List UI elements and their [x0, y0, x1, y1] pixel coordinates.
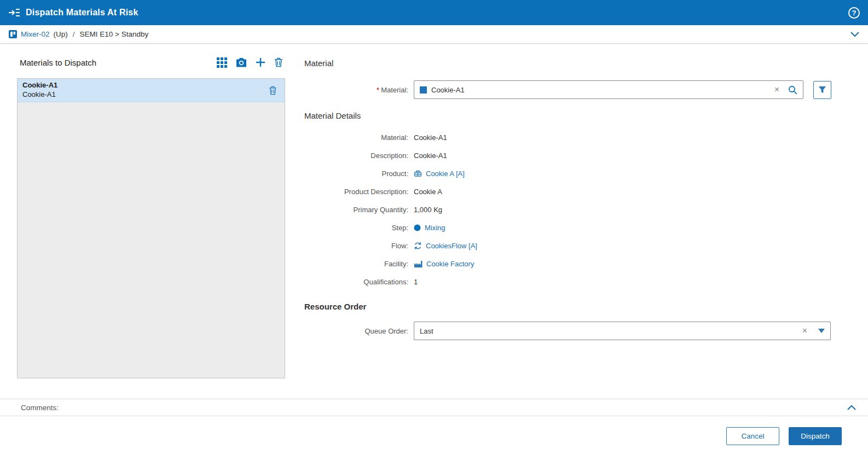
add-icon[interactable]: [256, 57, 265, 67]
detail-row-qualifications: Qualifications: 1: [304, 273, 836, 291]
list-item-text: Cookie-A1 Cookie-A1: [22, 81, 57, 100]
list-item-title: Cookie-A1: [22, 81, 57, 90]
resource-link[interactable]: Mixer-02: [21, 30, 50, 38]
comments-section[interactable]: Comments:: [0, 399, 868, 416]
material-details-title: Material Details: [304, 111, 836, 121]
breadcrumb-separator: /: [73, 30, 75, 38]
delete-item-icon[interactable]: [269, 86, 277, 95]
detail-row-description: Description: Cookie-A1: [304, 147, 836, 165]
resource-status: SEMI E10 > Standby: [80, 30, 149, 38]
delete-icon[interactable]: [274, 57, 283, 67]
step-link[interactable]: Mixing: [425, 224, 445, 232]
list-item[interactable]: Cookie-A1 Cookie-A1: [18, 79, 285, 102]
detail-value: Cookie-A1: [414, 151, 447, 160]
detail-row-facility: Facility: Cookie Factory: [304, 255, 836, 273]
help-icon[interactable]: ?: [848, 7, 860, 19]
materials-panel: Materials to Dispatch: [17, 52, 285, 378]
material-field-label: *Material:: [304, 86, 414, 94]
materials-toolbar: [217, 57, 283, 68]
material-combobox-value: Cookie-A1: [431, 86, 769, 94]
product-link[interactable]: Cookie A [A]: [426, 170, 465, 178]
list-item-subtitle: Cookie-A1: [22, 90, 57, 100]
facility-link[interactable]: Cookie Factory: [426, 260, 474, 268]
detail-row-material: Material: Cookie-A1: [304, 129, 836, 147]
materials-panel-header: Materials to Dispatch: [17, 52, 285, 73]
footer-bar: Cancel Dispatch: [0, 417, 868, 455]
resource-order-title: Resource Order: [304, 302, 836, 312]
funnel-icon: [818, 86, 826, 94]
dropdown-caret-icon[interactable]: [818, 329, 825, 333]
material-combobox[interactable]: Cookie-A1 ×: [414, 80, 803, 99]
title-bar: Dispatch Materials At Risk ?: [0, 0, 868, 25]
product-icon: [414, 170, 422, 178]
queue-order-label: Queue Order:: [304, 327, 414, 335]
queue-order-value: Last: [420, 327, 797, 335]
detail-row-flow: Flow: CookiesFlow [A]: [304, 237, 836, 255]
dispatch-materials-window: Dispatch Materials At Risk ? Mixer-02 (U…: [0, 0, 868, 455]
page-title: Dispatch Materials At Risk: [26, 8, 138, 18]
detail-row-step: Step: Mixing: [304, 219, 836, 237]
chevron-up-icon[interactable]: [847, 405, 856, 410]
grid-view-icon[interactable]: [217, 57, 227, 68]
step-icon: [414, 224, 421, 231]
required-marker: *: [377, 86, 379, 94]
detail-row-product: Product: Cookie A [A]: [304, 165, 836, 183]
detail-row-product-description: Product Description: Cookie A: [304, 183, 836, 201]
flow-link[interactable]: CookiesFlow [A]: [426, 242, 477, 250]
dispatch-icon: [8, 8, 20, 17]
materials-panel-title: Materials to Dispatch: [20, 58, 96, 67]
flow-icon: [414, 242, 422, 250]
detail-value: 1,000 Kg: [414, 206, 442, 214]
facility-icon: [414, 260, 423, 268]
queue-order-dropdown[interactable]: Last ×: [414, 322, 831, 340]
equipment-icon: [9, 30, 17, 38]
chevron-down-icon[interactable]: [850, 32, 859, 37]
material-type-icon: [420, 86, 427, 94]
material-field-row: *Material: Cookie-A1 ×: [304, 80, 836, 99]
detail-row-primary-quantity: Primary Quantity: 1,000 Kg: [304, 201, 836, 219]
camera-icon[interactable]: [236, 58, 247, 67]
material-section-title: Material: [304, 59, 836, 68]
material-form-panel: Material *Material: Cookie-A1 ×: [304, 52, 836, 340]
cancel-button[interactable]: Cancel: [726, 427, 779, 445]
detail-value: Cookie-A1: [414, 133, 447, 142]
comments-label: Comments:: [21, 404, 59, 412]
dispatch-button[interactable]: Dispatch: [789, 427, 842, 445]
material-details: Material: Cookie-A1 Description: Cookie-…: [304, 129, 836, 291]
detail-value: Cookie A: [414, 188, 442, 196]
search-icon[interactable]: [788, 85, 797, 95]
queue-order-row: Queue Order: Last ×: [304, 322, 836, 340]
resource-state: (Up): [54, 30, 68, 38]
breadcrumb: Mixer-02 (Up) / SEMI E10 > Standby: [0, 25, 868, 44]
clear-material-icon[interactable]: ×: [773, 85, 780, 94]
clear-queue-order-icon[interactable]: ×: [801, 326, 808, 335]
materials-list: Cookie-A1 Cookie-A1: [17, 78, 285, 378]
detail-value: 1: [414, 278, 418, 286]
filter-button[interactable]: [813, 81, 831, 99]
